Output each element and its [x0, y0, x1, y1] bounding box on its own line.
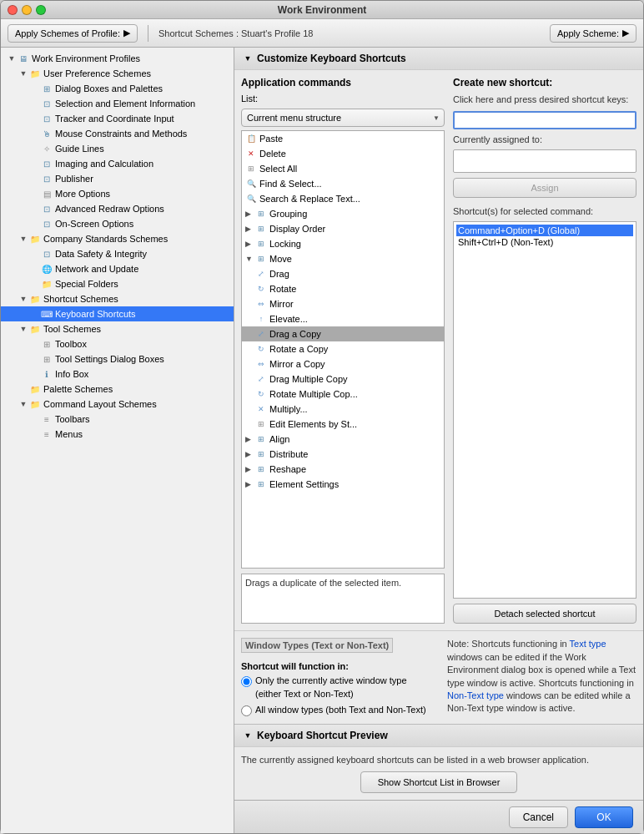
- shortcut-entry-1[interactable]: Shift+Ctrl+D (Non-Text): [456, 236, 633, 248]
- sidebar-item-dialog-boxes[interactable]: ⊞ Dialog Boxes and Palettes: [1, 81, 234, 96]
- sidebar-item-shortcut-schemes[interactable]: ▼ 📁 Shortcut Schemes: [1, 291, 234, 306]
- cmd-rotate-copy[interactable]: ↻ Rotate a Copy: [242, 341, 444, 356]
- close-button[interactable]: [8, 5, 18, 15]
- display-order-icon: ⊞: [255, 223, 267, 235]
- cmd-edit-elements[interactable]: ⊞ Edit Elements by St...: [242, 417, 444, 432]
- sidebar-item-user-pref[interactable]: ▼ 📁 User Preference Schemes: [1, 66, 234, 81]
- radio-option1[interactable]: [241, 676, 252, 687]
- cmd-mirror[interactable]: ⇔ Mirror: [242, 296, 444, 311]
- sidebar-item-mouse[interactable]: 🖱 Mouse Constraints and Methods: [1, 126, 234, 141]
- assign-button[interactable]: Assign: [453, 178, 636, 198]
- sidebar-item-data-safety[interactable]: ⊡ Data Safety & Integrity: [1, 246, 234, 261]
- expand-icon: ▼: [19, 69, 28, 78]
- cmd-align[interactable]: ▶ ⊞ Align: [242, 432, 444, 447]
- shortcut-entry-0[interactable]: Command+Option+D (Global): [456, 225, 633, 236]
- paste-icon: 📋: [245, 133, 257, 144]
- sidebar-item-menus[interactable]: ≡ Menus: [1, 427, 234, 442]
- settings-icon: ⊞: [41, 353, 53, 365]
- select-all-icon: ⊞: [245, 163, 257, 174]
- shortcut-input[interactable]: [453, 111, 636, 129]
- preview-toggle-icon[interactable]: ▼: [243, 730, 253, 740]
- expand-icon: ▼: [19, 325, 28, 333]
- cmd-reshape[interactable]: ▶ ⊞ Reshape: [242, 462, 444, 477]
- cmd-rotate[interactable]: ↻ Rotate: [242, 281, 444, 296]
- rotate-copy-icon: ↻: [255, 343, 267, 355]
- sidebar-item-toolbox[interactable]: ⊞ Toolbox: [1, 336, 234, 351]
- mirror-copy-icon: ⇔: [255, 358, 267, 370]
- cmd-mirror-copy[interactable]: ⇔ Mirror a Copy: [242, 356, 444, 372]
- sidebar-item-guide-lines[interactable]: ✧ Guide Lines: [1, 141, 234, 156]
- sidebar-item-advanced-redraw[interactable]: ⊡ Advanced Redraw Options: [1, 201, 234, 216]
- list-dropdown[interactable]: Current menu structure: [241, 109, 445, 127]
- sidebar-item-tool-settings[interactable]: ⊞ Tool Settings Dialog Boxes: [1, 351, 234, 366]
- cmd-move[interactable]: ▼ ⊞ Move: [242, 251, 444, 266]
- apply-scheme-button[interactable]: Apply Scheme: ▶: [550, 24, 636, 43]
- cmd-drag[interactable]: ⤢ Drag: [242, 266, 444, 281]
- locking-icon: ⊞: [255, 238, 267, 250]
- maximize-button[interactable]: [36, 5, 46, 15]
- cmd-grouping[interactable]: ▶ ⊞ Grouping: [242, 206, 444, 221]
- cmd-display-order[interactable]: ▶ ⊞ Display Order: [242, 221, 444, 236]
- spacer: [31, 355, 39, 363]
- sidebar-item-imaging[interactable]: ⊡ Imaging and Calculation: [1, 156, 234, 171]
- sidebar-item-palette-schemes[interactable]: 📁 Palette Schemes: [1, 382, 234, 397]
- sidebar-item-selection[interactable]: ⊡ Selection and Element Information: [1, 96, 234, 111]
- minimize-button[interactable]: [22, 5, 32, 15]
- sidebar-item-company-standards[interactable]: ▼ 📁 Company Standards Schemes: [1, 231, 234, 246]
- cmd-elevate[interactable]: ↑ Elevate...: [242, 311, 444, 326]
- folder-icon6: 📁: [29, 383, 41, 395]
- toolbar: Apply Schemes of Profile: ▶ Shortcut Sch…: [1, 19, 643, 48]
- publisher-icon: ⊡: [41, 173, 53, 184]
- spacer: [31, 159, 39, 168]
- menus-icon: ≡: [41, 428, 53, 440]
- sidebar-item-tool-schemes[interactable]: ▼ 📁 Tool Schemes: [1, 321, 234, 336]
- sidebar-item-tracker[interactable]: ⊡ Tracker and Coordinate Input: [1, 111, 234, 126]
- folder-icon3: 📁: [41, 278, 53, 290]
- cmd-element-settings[interactable]: ▶ ⊞ Element Settings: [242, 477, 444, 492]
- cmd-locking[interactable]: ▶ ⊞ Locking: [242, 236, 444, 251]
- ok-button[interactable]: OK: [575, 806, 633, 828]
- radio-option2-label[interactable]: All window types (both Text and Non-Text…: [241, 704, 430, 716]
- cmd-drag-multiple[interactable]: ⤢ Drag Multiple Copy: [242, 372, 444, 387]
- sidebar-item-more-options[interactable]: ▤ More Options: [1, 186, 234, 201]
- mirror-icon: ⇔: [255, 298, 267, 310]
- rotate-multi-icon: ↻: [255, 388, 267, 400]
- cmd-distribute[interactable]: ▶ ⊞ Distribute: [242, 447, 444, 462]
- cmd-drag-copy[interactable]: ⤢ Drag a Copy: [242, 326, 444, 341]
- shortcut-schemes-label: Shortcut Schemes : Stuart's Profile 18: [158, 28, 314, 38]
- cmd-select-all[interactable]: ⊞ Select All: [242, 161, 444, 176]
- sidebar-item-on-screen[interactable]: ⊡ On-Screen Options: [1, 216, 234, 231]
- folder-icon2: 📁: [29, 233, 41, 245]
- group-arrow-icon3: ▶: [245, 240, 254, 248]
- sidebar-item-publisher[interactable]: ⊡ Publisher: [1, 171, 234, 186]
- main-content: ▼ 🖥 Work Environment Profiles ▼ 📁 User P…: [1, 48, 643, 833]
- keyboard-shortcuts-section: ▼ Customize Keyboard Shortcuts Applicati…: [234, 48, 643, 630]
- sidebar-item-keyboard-shortcuts[interactable]: ⌨ Keyboard Shortcuts: [1, 306, 234, 321]
- radio-option2[interactable]: [241, 705, 252, 716]
- radio-option1-label[interactable]: Only the currently active window type (e…: [241, 675, 430, 700]
- cmd-delete[interactable]: ✕ Delete: [242, 146, 444, 161]
- commands-list[interactable]: 📋 Paste ✕ Delete ⊞ Select All: [241, 130, 445, 569]
- sidebar-item-work-env-profiles[interactable]: ▼ 🖥 Work Environment Profiles: [1, 51, 234, 66]
- sidebar-item-toolbars[interactable]: ≡ Toolbars: [1, 412, 234, 427]
- show-shortcut-list-button[interactable]: Show Shortcut List in Browser: [360, 771, 518, 793]
- cmd-search-replace[interactable]: 🔍 Search & Replace Text...: [242, 191, 444, 206]
- apply-schemes-button[interactable]: Apply Schemes of Profile: ▶: [8, 24, 138, 43]
- sidebar-item-network[interactable]: 🌐 Network and Update: [1, 261, 234, 276]
- sidebar-item-command-layout[interactable]: ▼ 📁 Command Layout Schemes: [1, 397, 234, 412]
- spacer: [31, 174, 39, 183]
- section-toggle-icon[interactable]: ▼: [243, 53, 253, 63]
- sidebar-item-info-box[interactable]: ℹ Info Box: [1, 366, 234, 382]
- detach-button[interactable]: Detach selected shortcut: [453, 604, 636, 624]
- shortcut-function-label: Shortcut will function in:: [241, 661, 430, 671]
- cmd-paste[interactable]: 📋 Paste: [242, 131, 444, 146]
- sidebar-item-special-folders[interactable]: 📁 Special Folders: [1, 276, 234, 291]
- main-window: Work Environment Apply Schemes of Profil…: [0, 0, 644, 834]
- elevate-icon: ↑: [255, 313, 267, 325]
- cancel-button[interactable]: Cancel: [509, 806, 568, 828]
- cmd-rotate-multiple[interactable]: ↻ Rotate Multiple Cop...: [242, 387, 444, 402]
- cmd-find-select[interactable]: 🔍 Find & Select...: [242, 176, 444, 191]
- mouse-icon: 🖱: [41, 128, 53, 139]
- currently-assigned-label: Currently assigned to:: [453, 134, 636, 144]
- cmd-multiply[interactable]: ✕ Multiply...: [242, 402, 444, 417]
